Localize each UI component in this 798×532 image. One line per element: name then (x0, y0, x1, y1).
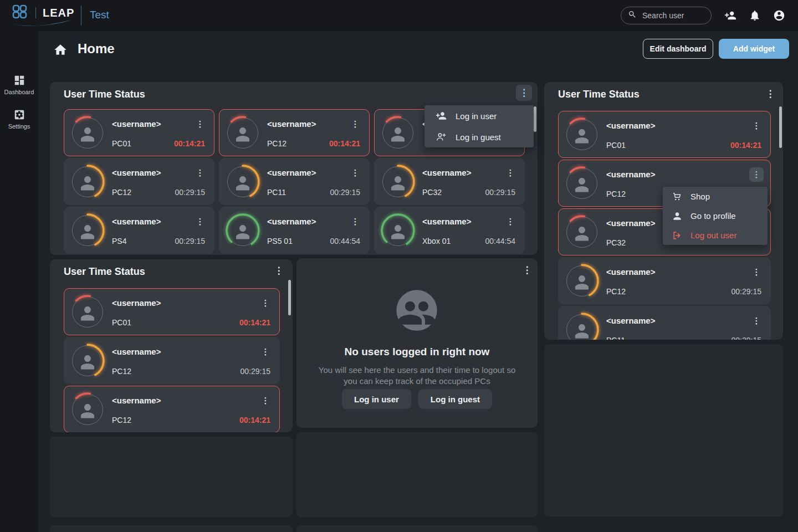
user-card[interactable]: <username> PC32 00:29:15 (374, 158, 525, 205)
time-progress-ring (70, 115, 105, 151)
time-remaining-label: 00:14:21 (239, 318, 270, 327)
username-label: <username> (267, 119, 316, 129)
sidebar-item-settings[interactable]: Settings (0, 109, 38, 130)
scrollbar-thumb[interactable] (779, 106, 782, 148)
pc-name-label: PC11 (267, 188, 286, 197)
grid-cell (50, 525, 293, 532)
user-card[interactable]: <username> PC01 00:14:21 (64, 288, 280, 335)
search-box[interactable] (621, 7, 712, 24)
log-in-guest-button[interactable]: Log in guest (418, 389, 492, 409)
avatar-wrap (70, 115, 105, 151)
log-in-user-button[interactable]: Log in user (342, 389, 411, 409)
card-main: <username> PC12 00:14:21 (112, 393, 273, 426)
card-menu-button[interactable] (348, 166, 362, 180)
menu-item-go-to-profile[interactable]: Go to profile (663, 206, 768, 226)
menu-item-log-in-guest[interactable]: Log in guest (424, 126, 534, 147)
username-label: <username> (422, 217, 471, 226)
empty-state-heading: No users logged in right now (296, 346, 538, 358)
user-card[interactable]: <username> PC12 00:29:15 (558, 257, 771, 304)
navbar: LEAP Test (0, 0, 798, 31)
time-progress-ring (564, 214, 600, 250)
card-menu-button[interactable] (348, 117, 362, 131)
workspace-label[interactable]: Test (90, 9, 109, 21)
notifications-bell-icon[interactable] (749, 9, 761, 22)
card-menu-button[interactable] (749, 119, 764, 133)
person-icon (672, 211, 683, 222)
user-card[interactable]: <username> Xbox 01 00:44:54 (374, 207, 525, 254)
card-menu-button[interactable] (348, 214, 362, 229)
user-card[interactable]: <username> PC12 00:14:21 (64, 386, 280, 432)
app-root: LEAP Test Dashboard (0, 0, 798, 532)
menu-item-label: Log out user (690, 231, 736, 240)
avatar-wrap (564, 263, 600, 299)
time-remaining-label: 00:14:21 (239, 416, 270, 424)
pc-name-label: PC32 (422, 188, 442, 197)
card-main: <username> PC12 00:29:15 (606, 265, 764, 297)
user-card[interactable]: <username> PC11 00:29:15 (219, 158, 370, 205)
add-user-icon[interactable] (724, 9, 736, 22)
username-label: <username> (112, 119, 161, 129)
card-main: <username> PC11 00:29:15 (606, 314, 764, 340)
avatar-wrap (380, 115, 416, 151)
avatar-wrap (70, 343, 105, 378)
user-card[interactable]: <username> PC01 00:14:21 (558, 111, 771, 158)
user-card[interactable]: <username> PS5 01 00:44:54 (219, 207, 370, 254)
card-main: <username> PC32 00:29:15 (422, 166, 518, 198)
card-menu-button[interactable] (749, 265, 764, 279)
time-remaining-label: 00:29:15 (732, 287, 762, 296)
card-menu-button[interactable] (749, 314, 764, 328)
user-card[interactable]: <username> PC11 00:29:15 (558, 306, 771, 340)
card-menu-button[interactable] (193, 117, 207, 131)
widget-menu-button[interactable] (272, 264, 285, 277)
menu-item-log-in-user[interactable]: Log in user (424, 105, 534, 126)
time-progress-ring (564, 263, 600, 299)
user-card[interactable]: <username> PC01 00:14:21 (64, 109, 214, 156)
user-card[interactable]: <username> PC12 00:29:15 (64, 158, 214, 205)
time-progress-ring (70, 164, 105, 200)
menu-item-log-out-user[interactable]: Log out user (663, 226, 768, 245)
pc-name-label: PC01 (606, 141, 626, 150)
account-circle-icon[interactable] (773, 9, 785, 22)
sidebar-item-dashboard[interactable]: Dashboard (0, 74, 38, 95)
pc-name-label: PC12 (112, 188, 131, 197)
menu-item-shop[interactable]: Shop (663, 187, 768, 206)
card-menu-button[interactable] (503, 166, 518, 180)
card-menu-button[interactable] (503, 214, 518, 229)
scrollbar-thumb[interactable] (288, 280, 291, 315)
brand-text: LEAP (43, 7, 74, 19)
time-remaining-label: 00:29:15 (732, 336, 762, 340)
time-remaining-label: 00:29:15 (330, 188, 361, 197)
card-menu-button[interactable] (258, 345, 273, 359)
search-input[interactable] (641, 11, 704, 21)
card-menu-button[interactable] (258, 393, 273, 408)
add-widget-button[interactable]: Add widget (719, 39, 789, 59)
cart-icon (672, 191, 683, 202)
widget-menu-button[interactable] (764, 87, 777, 100)
time-remaining-label: 00:14:21 (174, 139, 205, 148)
edit-dashboard-button[interactable]: Edit dashboard (643, 39, 713, 59)
card-menu-button[interactable] (193, 166, 207, 180)
widget-menu-button[interactable] (520, 263, 534, 277)
scrollbar-thumb[interactable] (534, 106, 536, 132)
widget-user-time-status-empty: No users logged in right now You will se… (296, 258, 538, 428)
card-main: <username> PC11 00:29:15 (267, 166, 362, 198)
menu-item-label: Shop (690, 192, 710, 201)
time-progress-ring (380, 164, 416, 200)
time-progress-ring (225, 115, 260, 151)
time-progress-ring (564, 117, 600, 152)
time-progress-ring (564, 166, 600, 201)
widget-menu-button[interactable] (516, 85, 532, 101)
time-progress-ring (70, 343, 105, 378)
user-card[interactable]: <username> PS4 00:29:15 (64, 207, 214, 254)
card-menu-button[interactable] (193, 214, 207, 229)
sidebar-item-label: Settings (0, 123, 38, 130)
menu-item-label: Go to profile (690, 211, 736, 221)
card-menu-button[interactable] (258, 296, 273, 310)
widget-dropdown-menu: Log in user Log in guest (424, 105, 534, 147)
time-progress-ring (380, 213, 416, 248)
pc-name-label: PC12 (112, 416, 131, 424)
user-card[interactable]: <username> PC12 00:14:21 (219, 109, 370, 156)
card-menu-button[interactable] (749, 167, 764, 182)
grid-cell (296, 525, 538, 532)
user-card[interactable]: <username> PC12 00:29:15 (64, 337, 280, 384)
